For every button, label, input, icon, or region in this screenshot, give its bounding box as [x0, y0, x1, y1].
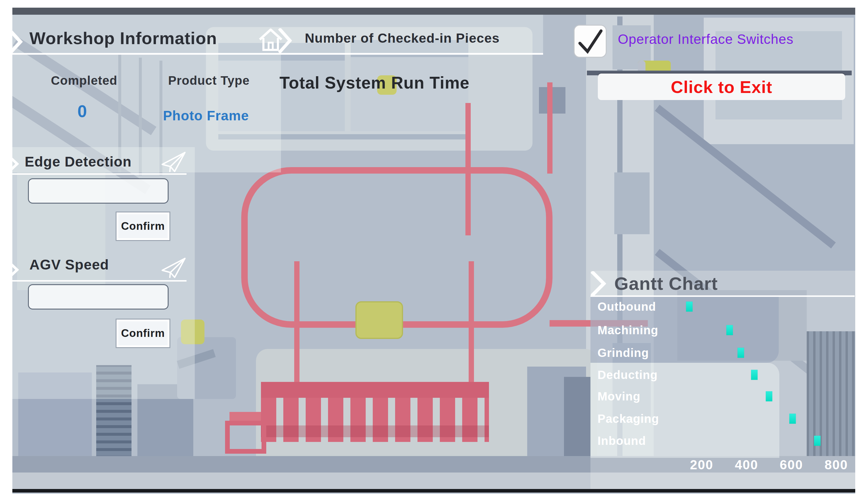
- edge-detection-title: Edge Detection: [25, 154, 132, 170]
- exit-button[interactable]: Click to Exit: [598, 73, 845, 100]
- gantt-bar: [751, 370, 758, 380]
- product-type-label: Product Type: [165, 73, 253, 88]
- edge-confirm-button[interactable]: Confirm: [117, 213, 169, 240]
- chevron-right-icon: [7, 261, 19, 279]
- conveyor-shadow: [261, 425, 489, 437]
- chevron-right-icon: [278, 28, 292, 53]
- workshop-title: Workshop Information: [30, 28, 217, 48]
- gantt-axis-tick: 800: [825, 457, 848, 472]
- gantt-row-label: Inbound: [598, 434, 646, 448]
- gantt-axis-tick: 600: [779, 457, 803, 472]
- scene-top-border: [12, 7, 855, 15]
- agv-speed-input[interactable]: [28, 284, 169, 309]
- gantt-axis-tick: 400: [735, 457, 758, 472]
- chevron-right-icon: [7, 29, 23, 55]
- gantt-row-packaging: Packaging: [590, 407, 854, 430]
- product-type-value: Photo Frame: [162, 108, 250, 123]
- send-plane-icon[interactable]: [160, 256, 187, 282]
- gantt-row-label: Machining: [598, 324, 658, 337]
- checkmark-icon: [575, 26, 605, 58]
- agv-track-branch: [294, 261, 300, 388]
- agv-track-branch: [466, 103, 471, 235]
- gantt-row-outbound: Outbound: [590, 296, 854, 318]
- agv-vehicle-center: [355, 301, 403, 339]
- agv-speed-title: AGV Speed: [30, 256, 109, 273]
- agv-track-connector: [230, 412, 262, 421]
- conveyor-rail: [261, 382, 489, 398]
- gantt-row-inbound: Inbound: [590, 430, 854, 452]
- gantt-row-label: Packaging: [598, 412, 659, 425]
- machine-block: [614, 172, 650, 234]
- gantt-chart: Outbound Machining Grinding Deducting Mo…: [590, 271, 854, 488]
- scene-bottom-border: [12, 489, 855, 492]
- gantt-row-moving: Moving: [590, 385, 854, 407]
- gantt-row-label: Grinding: [598, 346, 649, 359]
- completed-label: Completed: [47, 73, 121, 88]
- gantt-bar: [738, 348, 744, 358]
- operator-switches-checkbox[interactable]: [574, 25, 607, 58]
- checked-in-label: Number of Checked-in Pieces: [305, 31, 500, 46]
- agv-confirm-button[interactable]: Confirm: [117, 320, 169, 347]
- run-time-label: Total System Run Time: [280, 73, 470, 93]
- machine-block: [564, 377, 590, 462]
- gantt-row-machining: Machining: [590, 319, 854, 341]
- gantt-bar: [766, 391, 772, 401]
- gantt-row-label: Outbound: [598, 300, 656, 313]
- gantt-bar: [686, 302, 692, 312]
- conveyor-end-frame: [225, 421, 266, 454]
- send-plane-icon[interactable]: [160, 151, 187, 176]
- gantt-axis-tick: 200: [690, 457, 713, 472]
- gantt-row-label: Deducting: [598, 368, 658, 382]
- chevron-right-icon: [7, 155, 19, 173]
- edge-detection-input[interactable]: [28, 178, 169, 204]
- gantt-row-label: Moving: [598, 390, 640, 403]
- completed-value: 0: [53, 101, 112, 121]
- gantt-bar: [789, 414, 796, 424]
- app-window: Workshop Information Number of Checked-i…: [0, 0, 857, 504]
- agv-track-branch: [547, 82, 553, 173]
- gantt-bar: [726, 325, 733, 335]
- gantt-bar: [814, 436, 821, 446]
- gantt-row-deducting: Deducting: [590, 364, 854, 386]
- operator-switches-label: Operator Interface Switches: [618, 31, 793, 47]
- gantt-row-grinding: Grinding: [590, 341, 854, 364]
